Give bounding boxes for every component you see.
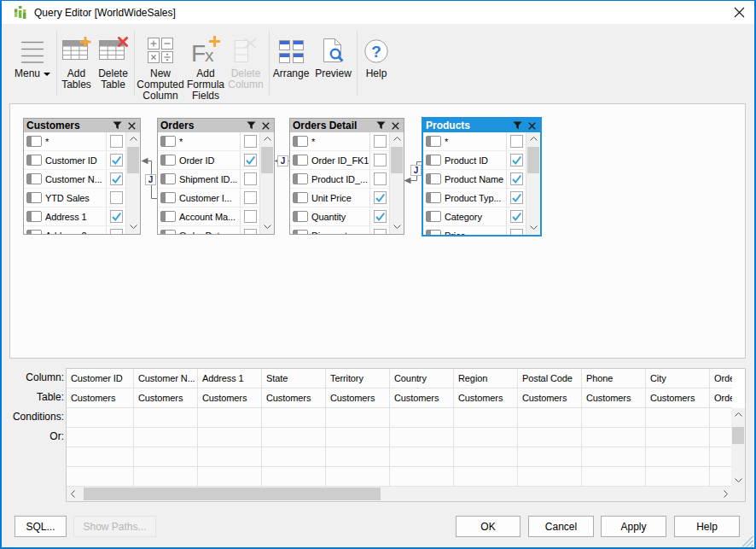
field-row[interactable]: * (158, 132, 274, 151)
apply-button[interactable]: Apply (601, 516, 666, 537)
grid-condition-cell[interactable] (67, 447, 134, 467)
grid-condition-cell[interactable] (134, 447, 198, 467)
field-checkbox[interactable] (374, 135, 387, 148)
filter-funnel-icon[interactable] (247, 121, 256, 130)
grid-condition-cell[interactable] (67, 467, 134, 487)
resize-grip[interactable] (741, 534, 754, 547)
table-scrollbar[interactable] (125, 132, 140, 234)
join-label-box[interactable]: J (277, 155, 288, 166)
new-computed-column-button[interactable]: New Computed Column (135, 24, 186, 103)
field-row[interactable]: Customer ID (24, 151, 140, 170)
join-label-box[interactable]: J (410, 165, 422, 176)
field-checkbox[interactable] (374, 229, 387, 234)
field-checkbox[interactable] (110, 210, 123, 223)
field-row[interactable]: * (290, 132, 404, 151)
grid-condition-cell[interactable] (454, 408, 518, 428)
field-checkbox[interactable] (244, 172, 257, 185)
scroll-thumb[interactable] (261, 147, 273, 173)
scroll-down-button[interactable] (526, 221, 540, 234)
grid-condition-cell[interactable] (582, 467, 646, 487)
table-window-orders-detail[interactable]: Orders Detail*Order ID_FK1Product ID_...… (289, 118, 404, 235)
help-button[interactable]: Help (674, 516, 740, 537)
field-row[interactable]: Customer N... (24, 170, 140, 189)
table-scrollbar[interactable] (526, 132, 540, 235)
field-checkbox[interactable] (510, 135, 523, 148)
grid-vscroll-thumb[interactable] (732, 427, 744, 444)
field-row[interactable]: Product Typ... (423, 189, 540, 207)
field-checkbox[interactable] (110, 154, 123, 166)
delete-table-button[interactable]: Delete Table (95, 24, 131, 103)
grid-condition-cell[interactable] (67, 408, 134, 428)
preview-button[interactable]: Preview (312, 24, 354, 103)
grid-condition-cell[interactable] (198, 467, 262, 487)
filter-funnel-icon[interactable] (113, 121, 122, 130)
table-window-products[interactable]: Products*Product IDProduct NameProduct T… (422, 117, 542, 237)
cancel-button[interactable]: Cancel (528, 516, 594, 537)
field-checkbox[interactable] (374, 172, 387, 185)
table-title-bar[interactable]: Orders (158, 119, 274, 132)
grid-condition-cell[interactable] (262, 447, 326, 467)
grid-condition-cell[interactable] (454, 428, 518, 447)
field-checkbox[interactable] (244, 154, 257, 166)
field-row[interactable]: YTD Sales (24, 189, 140, 207)
grid-hscroll-thumb[interactable] (84, 488, 381, 500)
grid-condition-cell[interactable] (518, 447, 582, 467)
grid-vertical-scrollbar[interactable] (731, 408, 745, 487)
field-checkbox[interactable] (510, 229, 523, 235)
field-row[interactable]: Product Name (423, 170, 540, 189)
grid-condition-cell[interactable] (710, 447, 732, 467)
filter-funnel-icon[interactable] (376, 121, 386, 130)
grid-condition-cell[interactable] (710, 467, 732, 487)
table-close-icon[interactable] (262, 122, 270, 130)
field-row[interactable]: Address 2 (24, 226, 140, 234)
field-row[interactable]: * (423, 132, 540, 151)
table-title-bar[interactable]: Orders Detail (290, 119, 404, 132)
grid-condition-cell[interactable] (134, 408, 198, 428)
grid-scroll-left-button[interactable] (67, 487, 79, 501)
field-checkbox[interactable] (244, 229, 257, 234)
grid-condition-cell[interactable] (134, 467, 198, 487)
grid-condition-cell[interactable] (390, 467, 454, 487)
field-row[interactable]: Order ID (158, 151, 274, 170)
field-checkbox[interactable] (510, 154, 523, 166)
grid-condition-cell[interactable] (326, 428, 390, 447)
scroll-up-button[interactable] (126, 132, 140, 145)
filter-funnel-icon[interactable] (513, 121, 522, 130)
scroll-up-button[interactable] (390, 132, 404, 145)
field-row[interactable]: Order Date (158, 226, 274, 234)
field-checkbox[interactable] (374, 154, 387, 166)
grid-scroll-up-button[interactable] (731, 408, 745, 421)
add-tables-button[interactable]: Add Tables (58, 24, 95, 103)
field-row[interactable]: Price (423, 226, 540, 235)
grid-condition-cell[interactable] (262, 428, 326, 447)
ok-button[interactable]: OK (456, 516, 520, 537)
field-checkbox[interactable] (244, 135, 257, 148)
window-close-button[interactable] (725, 1, 753, 24)
grid-condition-cell[interactable] (518, 408, 582, 428)
field-checkbox[interactable] (510, 191, 523, 204)
table-window-customers[interactable]: Customers*Customer IDCustomer N...YTD Sa… (23, 118, 141, 235)
field-row[interactable]: Shipment ID... (158, 170, 274, 189)
grid-condition-cell[interactable] (198, 428, 262, 447)
grid-condition-cell[interactable] (646, 467, 710, 487)
scroll-down-button[interactable] (260, 220, 274, 233)
field-row[interactable]: Category (423, 207, 540, 226)
field-row[interactable]: Account Ma... (158, 207, 274, 226)
grid-condition-cell[interactable] (326, 408, 390, 428)
grid-condition-cell[interactable] (134, 428, 198, 447)
field-row[interactable]: Address 1 (24, 207, 140, 226)
field-row[interactable]: Product ID_... (290, 170, 404, 189)
help-toolbar-button[interactable]: ? Help (359, 24, 393, 103)
field-row[interactable]: Order ID_FK1 (290, 151, 404, 170)
grid-condition-cell[interactable] (646, 428, 710, 447)
grid-scroll-right-button[interactable] (719, 487, 732, 501)
scroll-up-button[interactable] (526, 132, 540, 145)
table-scrollbar[interactable] (259, 132, 274, 234)
grid-condition-cell[interactable] (454, 467, 518, 487)
add-formula-fields-button[interactable]: F x Add Formula Fields (186, 24, 225, 103)
join-label-box[interactable]: J (145, 174, 156, 185)
field-row[interactable]: Unit Price (290, 189, 404, 207)
grid-condition-cell[interactable] (582, 408, 646, 428)
field-checkbox[interactable] (110, 135, 123, 148)
table-title-bar[interactable]: Products (423, 119, 540, 132)
